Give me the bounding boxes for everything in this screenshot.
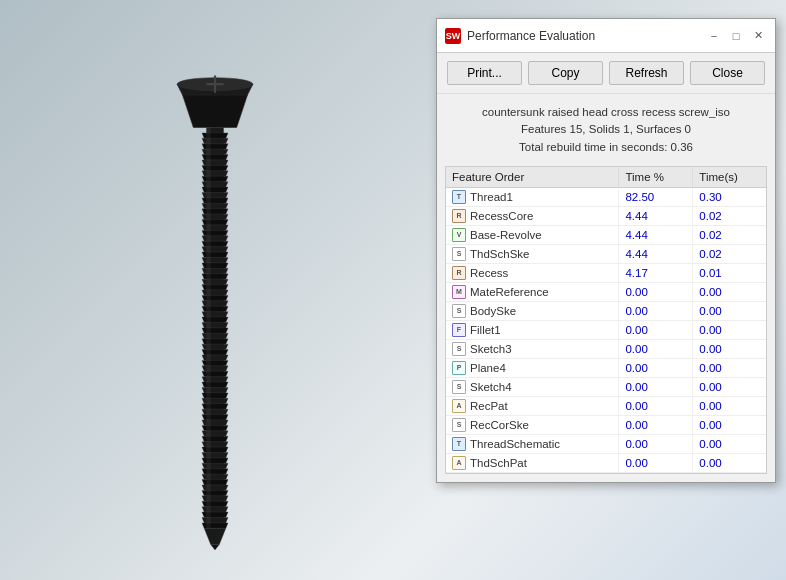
feature-icon-thread: T <box>452 190 466 204</box>
svg-marker-21 <box>202 214 228 219</box>
feature-icon-recess: R <box>452 266 466 280</box>
feature-cell: S RecCorSke <box>446 415 619 434</box>
svg-marker-53 <box>202 388 228 393</box>
svg-marker-19 <box>202 203 228 208</box>
feature-time-s: 0.00 <box>693 282 766 301</box>
info-line-1: countersunk raised head cross recess scr… <box>447 104 765 121</box>
feature-time-pct: 0.00 <box>619 415 693 434</box>
feature-cell: R Recess <box>446 263 619 282</box>
svg-marker-62 <box>202 436 228 441</box>
performance-evaluation-dialog: SW Performance Evaluation − □ ✕ Print...… <box>436 18 776 483</box>
feature-cell: R RecessCore <box>446 206 619 225</box>
feature-cell: P Plane4 <box>446 358 619 377</box>
svg-marker-65 <box>202 453 228 458</box>
svg-marker-47 <box>202 355 228 360</box>
table-row: R Recess 4.170.01 <box>446 263 766 282</box>
svg-marker-7 <box>202 138 228 143</box>
feature-time-s: 0.30 <box>693 187 766 206</box>
svg-marker-29 <box>202 258 228 263</box>
svg-marker-11 <box>202 160 228 165</box>
svg-marker-25 <box>202 236 228 241</box>
svg-marker-66 <box>202 458 228 463</box>
dialog-title: Performance Evaluation <box>467 29 705 43</box>
svg-marker-79 <box>204 528 226 544</box>
svg-marker-14 <box>202 176 228 181</box>
screw-viewport <box>0 0 430 580</box>
svg-marker-67 <box>202 463 228 468</box>
maximize-button[interactable]: □ <box>727 27 745 45</box>
svg-marker-63 <box>202 442 228 447</box>
table-row: S RecCorSke 0.000.00 <box>446 415 766 434</box>
print-button[interactable]: Print... <box>447 61 522 85</box>
feature-cell: T ThreadSchematic <box>446 434 619 453</box>
window-controls: − □ ✕ <box>705 27 767 45</box>
table-row: S BodySke 0.000.00 <box>446 301 766 320</box>
svg-marker-75 <box>202 507 228 512</box>
feature-time-pct: 0.00 <box>619 358 693 377</box>
toolbar: Print... Copy Refresh Close <box>437 53 775 94</box>
feature-time-s: 0.00 <box>693 358 766 377</box>
svg-marker-71 <box>202 485 228 490</box>
dialog-title-bar: SW Performance Evaluation − □ ✕ <box>437 19 775 53</box>
svg-marker-74 <box>202 501 228 506</box>
svg-marker-17 <box>202 193 228 198</box>
feature-name: RecPat <box>470 400 508 412</box>
svg-marker-13 <box>202 171 228 176</box>
feature-cell: A ThdSchPat <box>446 453 619 472</box>
feature-icon-sketch: S <box>452 380 466 394</box>
svg-marker-59 <box>202 420 228 425</box>
feature-cell: S ThdSchSke <box>446 244 619 263</box>
feature-name: Sketch3 <box>470 343 512 355</box>
svg-marker-38 <box>202 306 228 311</box>
feature-icon-recess: R <box>452 209 466 223</box>
svg-marker-32 <box>202 274 228 279</box>
feature-name: ThdSchPat <box>470 457 527 469</box>
svg-marker-31 <box>202 268 228 273</box>
feature-name: Recess <box>470 267 508 279</box>
col-header-feature: Feature Order <box>446 167 619 188</box>
feature-icon-sketch: S <box>452 342 466 356</box>
refresh-button[interactable]: Refresh <box>609 61 684 85</box>
table-row: M MateReference 0.000.00 <box>446 282 766 301</box>
feature-time-pct: 4.44 <box>619 206 693 225</box>
table-row: F Fillet1 0.000.00 <box>446 320 766 339</box>
info-panel: countersunk raised head cross recess scr… <box>437 94 775 162</box>
svg-marker-10 <box>202 155 228 160</box>
feature-time-pct: 0.00 <box>619 320 693 339</box>
svg-marker-28 <box>202 252 228 257</box>
table-row: R RecessCore 4.440.02 <box>446 206 766 225</box>
feature-table-container[interactable]: Feature Order Time % Time(s) T Thread1 8… <box>445 166 767 474</box>
feature-icon-sketch: S <box>452 247 466 261</box>
svg-marker-70 <box>202 480 228 485</box>
table-row: A ThdSchPat 0.000.00 <box>446 453 766 472</box>
svg-marker-49 <box>202 366 228 371</box>
feature-cell: S Sketch4 <box>446 377 619 396</box>
copy-button[interactable]: Copy <box>528 61 603 85</box>
close-button[interactable]: Close <box>690 61 765 85</box>
svg-marker-58 <box>202 415 228 420</box>
feature-cell: T Thread1 <box>446 187 619 206</box>
table-row: T Thread1 82.500.30 <box>446 187 766 206</box>
feature-icon-pattern: A <box>452 399 466 413</box>
svg-marker-69 <box>202 474 228 479</box>
minimize-button[interactable]: − <box>705 27 723 45</box>
svg-marker-50 <box>202 371 228 376</box>
table-row: T ThreadSchematic 0.000.00 <box>446 434 766 453</box>
feature-icon-plane: P <box>452 361 466 375</box>
feature-cell: V Base-Revolve <box>446 225 619 244</box>
svg-marker-39 <box>202 312 228 317</box>
table-row: S ThdSchSke 4.440.02 <box>446 244 766 263</box>
info-line-2: Features 15, Solids 1, Surfaces 0 <box>447 121 765 138</box>
svg-marker-57 <box>202 409 228 414</box>
feature-icon-sketch: S <box>452 418 466 432</box>
feature-time-s: 0.00 <box>693 301 766 320</box>
feature-cell: S BodySke <box>446 301 619 320</box>
close-window-button[interactable]: ✕ <box>749 27 767 45</box>
svg-marker-8 <box>202 144 228 149</box>
svg-marker-61 <box>202 431 228 436</box>
feature-time-s: 0.00 <box>693 377 766 396</box>
svg-marker-46 <box>202 350 228 355</box>
svg-marker-36 <box>202 295 228 300</box>
feature-name: RecessCore <box>470 210 533 222</box>
svg-marker-9 <box>202 149 228 154</box>
